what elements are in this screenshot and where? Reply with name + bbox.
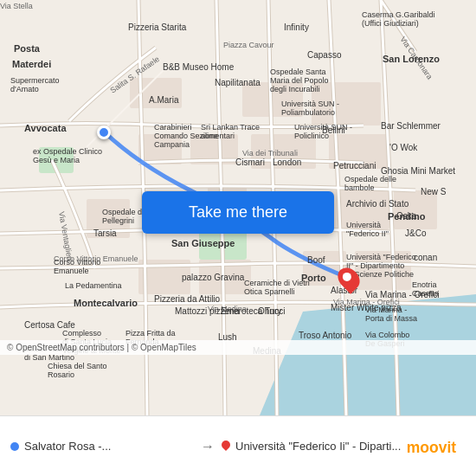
map-container: Salita S. Rafaele Via Ventaglieri Via Ca…	[0, 0, 476, 415]
svg-rect-4	[130, 78, 182, 108]
route-to: Università "Federico Ii" - Diparti...	[222, 440, 405, 453]
route-origin-dot	[10, 442, 19, 451]
svg-text:Piazza Cavour: Piazza Cavour	[223, 41, 274, 49]
route-to-text: Università "Federico Ii" - Diparti...	[235, 440, 401, 453]
route-from: Salvator Rosa -...	[10, 440, 194, 453]
svg-text:Via Stella: Via Stella	[0, 2, 33, 10]
svg-text:Via Medina: Via Medina	[208, 305, 247, 313]
svg-text:Corso Vittorio Emanuele: Corso Vittorio Emanuele	[54, 254, 138, 263]
svg-text:Via Marina - Orefici: Via Marina - Orefici	[333, 298, 400, 306]
attribution-bar: © OpenStreetMap contributors | © OpenMap…	[0, 340, 476, 355]
bottom-bar: Salvator Rosa -... → Università "Federic…	[0, 415, 476, 476]
svg-rect-15	[394, 190, 437, 229]
svg-text:moovit: moovit	[407, 439, 457, 456]
svg-text:Via dei Tribunali: Via dei Tribunali	[242, 149, 298, 158]
route-from-text: Salvator Rosa -...	[24, 440, 111, 453]
route-destination-pin	[222, 441, 230, 452]
attribution-text: © OpenStreetMap contributors | © OpenMap…	[7, 343, 196, 352]
moovit-logo: moovit	[405, 434, 466, 460]
route-arrow-icon: →	[201, 439, 215, 454]
svg-rect-6	[312, 82, 381, 125]
svg-rect-19	[355, 251, 411, 290]
origin-marker	[97, 125, 111, 139]
take-me-there-button[interactable]: Take me there	[142, 191, 334, 234]
